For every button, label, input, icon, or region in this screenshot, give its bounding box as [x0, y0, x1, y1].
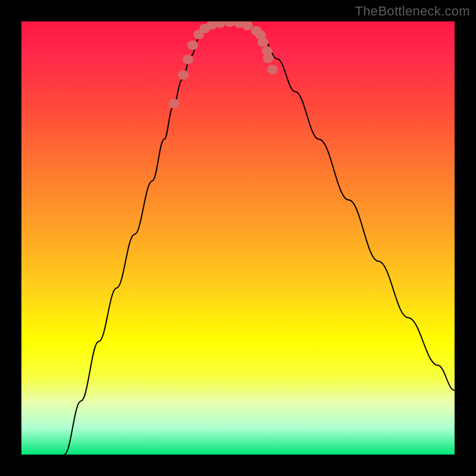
data-marker	[178, 70, 189, 80]
chart-svg	[21, 21, 455, 455]
bottleneck-curve	[64, 22, 455, 455]
chart-frame: TheBottleneck.com	[0, 0, 476, 476]
data-marker	[242, 21, 253, 30]
plot-area	[21, 21, 455, 455]
data-marker	[267, 65, 278, 74]
data-marker	[263, 54, 274, 63]
data-marker	[224, 21, 235, 27]
data-marker	[183, 55, 193, 64]
data-marker	[258, 37, 268, 47]
watermark-text: TheBottleneck.com	[355, 4, 470, 19]
data-marker	[187, 40, 198, 50]
data-marker	[168, 99, 179, 108]
